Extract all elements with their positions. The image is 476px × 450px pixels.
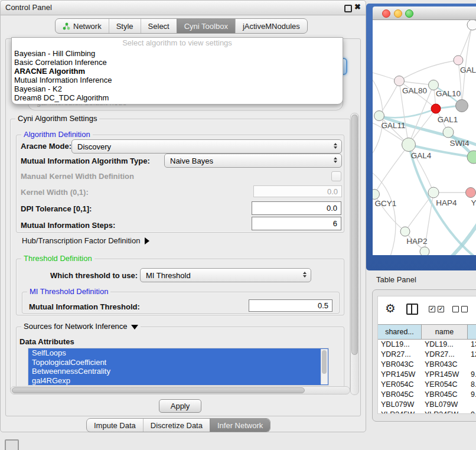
control-panel-titlebar[interactable]: Control Panel ✖ (1, 1, 366, 15)
network-canvas[interactable]: GALGAL80GAL10GAL1GAL11SWI4GAL4GCY1HAP4YH… (373, 20, 476, 255)
data-attribute-topologicalcoefficient[interactable]: TopologicalCoefficient (28, 358, 328, 367)
network-node[interactable] (420, 247, 429, 255)
settings-horizontal-scrollbar[interactable] (10, 386, 350, 394)
data-attribute-selfloops[interactable]: SelfLoops (28, 348, 328, 358)
tab-style[interactable]: Style (109, 19, 141, 33)
data-attribute-gal4rgexp[interactable]: gal4RGexp (28, 376, 328, 386)
network-node-gal4[interactable] (402, 138, 416, 152)
column-header-name[interactable]: name (422, 325, 468, 339)
settings-vertical-scrollbar[interactable] (350, 113, 359, 395)
which-threshold-label: Which threshold to use: (50, 271, 138, 280)
algorithm-option-dream8-dc-tdc-algorithm[interactable]: Dream8 DC_TDC Algorithm (12, 93, 343, 102)
table-row[interactable]: YLR345WYLR345W9. (378, 409, 476, 414)
minimize-traffic-light-icon[interactable] (394, 9, 402, 18)
tab-select[interactable]: Select (141, 19, 177, 33)
mi-threshold-field[interactable]: 0.5 (249, 299, 332, 312)
network-window-titlebar[interactable] (373, 6, 476, 20)
network-node-gal1[interactable] (431, 104, 441, 113)
kernel-width-field[interactable]: 0.0 (253, 185, 342, 197)
column-header-2[interactable] (468, 325, 476, 339)
network-node-gal10[interactable] (429, 80, 439, 90)
table-cell: YPR145W (378, 370, 422, 379)
algorithm-option-mutual-information-inference[interactable]: Mutual Information Inference (12, 76, 343, 84)
algorithm-dropdown-placeholder: Select algorithm to view settings (12, 38, 343, 49)
manual-kernel-checkbox[interactable] (331, 171, 341, 181)
node-label-gal1: GAL1 (438, 115, 458, 124)
which-threshold-combo[interactable]: MI Threshold (140, 268, 311, 282)
mi-steps-field[interactable]: 6 (252, 217, 341, 230)
tab-impute-data[interactable]: Impute Data (87, 419, 143, 432)
network-node-hap2[interactable] (400, 227, 410, 236)
network-node-hap4[interactable] (428, 187, 439, 198)
network-node[interactable] (467, 20, 476, 30)
algorithm-option-basic-correlation-inference[interactable]: Basic Correlation Inference (12, 58, 343, 67)
data-attributes-list[interactable]: SelfLoopsTopologicalCoefficientBetweenne… (28, 348, 329, 386)
algorithm-definition-title: Algorithm Definition (21, 130, 93, 139)
network-node-swi4[interactable] (443, 127, 454, 138)
unchecked-checkbox-icon[interactable] (461, 306, 468, 312)
apply-button[interactable]: Apply (159, 399, 201, 413)
table-panel-window: ⚙ ✓ ✓ shared...name YDL19...YDL19...13YD… (372, 289, 476, 422)
node-label-swi4: SWI4 (449, 139, 469, 148)
network-edge (373, 171, 396, 255)
table-row[interactable]: YPR145WYPR145W9. (378, 369, 476, 379)
column-header-shared[interactable]: shared... (378, 325, 422, 339)
node-label-gal10: GAL10 (436, 89, 461, 98)
tab-jactivemnodules[interactable]: jActiveMNodules (235, 19, 307, 33)
mi-type-label: Mutual Information Algorithm Type: (21, 156, 150, 165)
zoom-traffic-light-icon[interactable] (405, 9, 413, 18)
algorithm-option-aracne-algorithm[interactable]: ARACNE Algorithm (12, 67, 343, 76)
network-node-gcy1[interactable] (373, 190, 380, 200)
float-window-icon[interactable] (344, 5, 352, 12)
tab-label: Select (148, 22, 169, 31)
network-node-gal11[interactable] (374, 111, 384, 121)
table-row[interactable]: YBL079WYBL079W (378, 399, 476, 409)
network-node-y[interactable] (466, 188, 476, 198)
network-edge (374, 145, 409, 194)
split-columns-icon[interactable] (406, 304, 418, 315)
scrollbar-thumb[interactable] (351, 115, 358, 355)
network-node-gal[interactable] (454, 56, 463, 65)
control-panel-title: Control Panel (5, 3, 52, 12)
unchecked-checkbox-icon[interactable] (452, 306, 459, 312)
algorithm-option-bayesian-k2[interactable]: Bayesian - K2 (12, 84, 343, 93)
chevron-down-icon (131, 325, 138, 330)
sources-group-title[interactable]: Sources for Network Inference (21, 322, 141, 331)
scrollbar-thumb[interactable] (12, 387, 305, 393)
network-node[interactable] (456, 100, 468, 112)
tab-infer-network[interactable]: Infer Network (210, 419, 270, 432)
mi-type-combo[interactable]: Naive Bayes (164, 154, 342, 168)
algorithm-option-bayesian-hill-climbing[interactable]: Bayesian - Hill Climbing (12, 49, 343, 58)
gear-icon[interactable]: ⚙ (385, 302, 396, 314)
tab-label: Discretize Data (151, 421, 203, 430)
network-edge (379, 81, 399, 116)
data-attribute-betweennesscentrality[interactable]: BetweennessCentrality (28, 367, 328, 376)
table-cell: YBR045C (378, 390, 422, 399)
tab-cyni-toolbox[interactable]: Cyni Toolbox (177, 19, 235, 33)
network-view-window: GALGAL80GAL10GAL1GAL11SWI4GAL4GCY1HAP4YH… (366, 4, 476, 270)
table-row[interactable]: YDL19...YDL19...13 (378, 339, 476, 349)
minimized-window-icon[interactable] (5, 439, 19, 450)
table-row[interactable]: YBR045CYBR045C9. (378, 389, 476, 399)
hub-definition-toggle[interactable]: Hub/Transcription Factor Definition (22, 236, 149, 245)
dpi-tolerance-field[interactable]: 0.0 (252, 201, 341, 215)
table-cell: YER054C (378, 380, 422, 389)
table-row[interactable]: YDR27...YDR27...12 (378, 349, 476, 359)
aracne-mode-combo[interactable]: Discovery (71, 139, 342, 154)
algorithm-dropdown-list: Bayesian - Hill ClimbingBasic Correlatio… (12, 49, 343, 102)
tab-network[interactable]: Network (56, 19, 109, 33)
network-node-gal80[interactable] (395, 76, 405, 86)
table-row[interactable]: YBR043CYBR043C (378, 359, 476, 369)
tab-discretize-data[interactable]: Discretize Data (143, 419, 210, 432)
checked-checkbox-icon[interactable]: ✓ (438, 306, 444, 312)
close-traffic-light-icon[interactable] (382, 9, 390, 18)
table-row[interactable]: YER054CYER054C8. (378, 379, 476, 389)
table-cell: YBL079W (378, 400, 422, 409)
aracne-mode-label: Aracne Mode: (21, 142, 71, 151)
checked-checkbox-icon[interactable]: ✓ (429, 306, 435, 312)
mi-threshold-group-title: MI Threshold Definition (27, 287, 110, 296)
tab-label: Impute Data (94, 421, 136, 430)
list-scrollbar[interactable] (321, 349, 328, 384)
kernel-width-value: 0.0 (327, 187, 338, 196)
close-icon[interactable]: ✖ (354, 2, 361, 11)
